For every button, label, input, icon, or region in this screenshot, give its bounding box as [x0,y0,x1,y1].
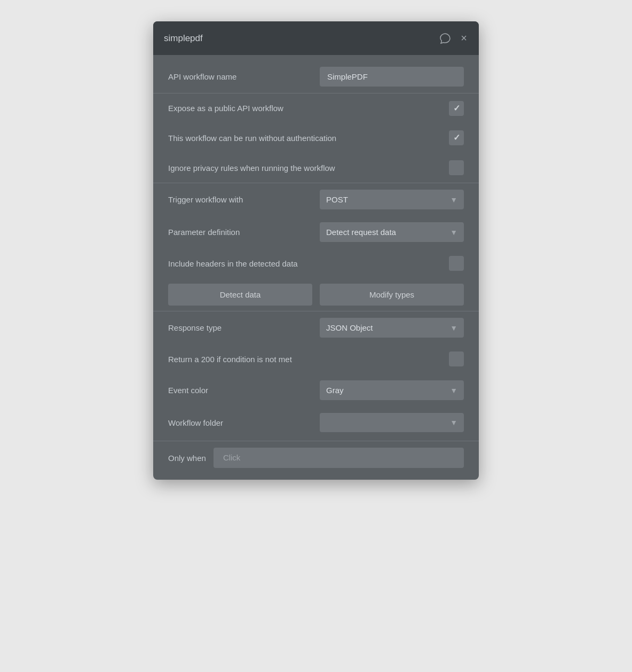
close-button[interactable]: × [460,31,468,45]
comment-button[interactable] [438,32,452,45]
modify-types-button[interactable]: Modify types [320,284,464,306]
include-headers-checkbox[interactable] [449,256,464,271]
dialog-header: simplepdf × [153,21,479,55]
expose-public-checkmark: ✓ [453,104,460,113]
include-headers-label: Include headers in the detected data [168,258,449,269]
event-color-row: Event color Gray ▼ [153,374,479,407]
response-type-label: Response type [168,322,320,333]
param-def-select[interactable]: Detect request data ▼ [320,222,464,242]
expose-public-label: Expose as a public API workflow [168,103,449,114]
no-auth-checkbox[interactable]: ✓ [449,130,464,145]
dialog-title: simplepdf [164,33,203,44]
ignore-privacy-checkbox[interactable] [449,160,464,175]
ignore-privacy-row: Ignore privacy rules when running the wo… [153,153,479,183]
action-buttons-row: Detect data Modify types [153,278,479,311]
workflow-folder-label: Workflow folder [168,417,320,428]
only-when-click-area[interactable]: Click [214,448,464,468]
only-when-row: Only when Click [153,441,479,474]
param-def-row: Parameter definition Detect request data… [153,216,479,248]
workflow-folder-chevron-icon: ▼ [450,418,457,427]
settings-dialog: simplepdf × API workflow name Expose as … [153,21,479,480]
no-auth-checkmark: ✓ [453,134,460,142]
speech-icon [439,33,451,44]
only-when-click-text: Click [223,453,241,462]
param-def-label: Parameter definition [168,226,320,238]
event-color-select[interactable]: Gray ▼ [320,380,464,400]
only-when-label: Only when [168,454,206,463]
workflow-folder-row: Workflow folder ▼ [153,407,479,439]
return-200-row: Return a 200 if condition is not met [153,344,479,374]
api-workflow-name-row: API workflow name [153,60,479,93]
event-color-label: Event color [168,385,320,396]
api-workflow-name-label: API workflow name [168,71,320,82]
detect-data-button[interactable]: Detect data [168,284,312,306]
response-type-chevron-icon: ▼ [450,324,457,332]
response-type-select[interactable]: JSON Object ▼ [320,318,464,338]
event-color-chevron-icon: ▼ [450,386,457,395]
ignore-privacy-label: Ignore privacy rules when running the wo… [168,162,449,174]
trigger-label: Trigger workflow with [168,194,320,205]
no-auth-label: This workflow can be run without authent… [168,132,449,144]
event-color-value: Gray [326,386,344,395]
trigger-select[interactable]: POST ▼ [320,190,464,209]
expose-public-row: Expose as a public API workflow ✓ [153,93,479,123]
dialog-body: API workflow name Expose as a public API… [153,55,479,480]
api-workflow-name-input[interactable] [320,67,464,87]
trigger-value: POST [326,195,348,204]
param-def-chevron-icon: ▼ [450,228,457,237]
param-def-value: Detect request data [326,228,396,237]
response-type-row: Response type JSON Object ▼ [153,311,479,344]
return-200-label: Return a 200 if condition is not met [168,354,449,365]
include-headers-row: Include headers in the detected data [153,248,479,278]
no-auth-row: This workflow can be run without authent… [153,123,479,153]
response-type-value: JSON Object [326,323,373,332]
return-200-checkbox[interactable] [449,351,464,366]
expose-public-checkbox[interactable]: ✓ [449,101,464,116]
trigger-row: Trigger workflow with POST ▼ [153,183,479,216]
workflow-folder-select[interactable]: ▼ [320,413,464,432]
header-icons: × [438,31,468,45]
trigger-chevron-icon: ▼ [450,196,457,204]
close-icon: × [461,32,467,44]
